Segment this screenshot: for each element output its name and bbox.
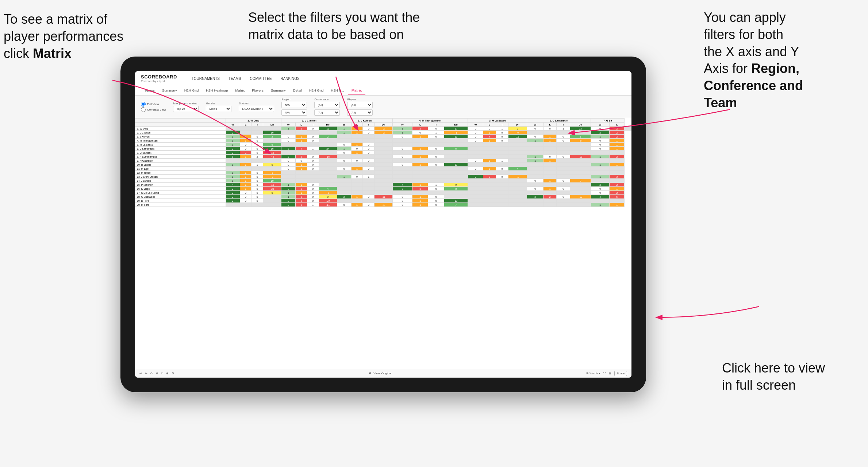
radio-compact-view-input[interactable] bbox=[141, 107, 146, 112]
filter-gender-select[interactable]: Men's bbox=[206, 106, 231, 112]
bb-watch[interactable]: 👁 Watch ▾ bbox=[586, 372, 600, 375]
matrix-cell bbox=[483, 203, 496, 207]
matrix-cell bbox=[375, 191, 393, 195]
matrix-cell bbox=[240, 127, 251, 131]
subnav-matrix[interactable]: Matrix bbox=[231, 86, 248, 95]
matrix-cell bbox=[543, 163, 557, 167]
matrix-cell bbox=[570, 183, 591, 187]
tablet: SCOREBOARD Powered by clippd TOURNAMENTS… bbox=[120, 57, 646, 392]
filter-max-players-select[interactable]: Top 25 bbox=[173, 106, 199, 112]
subnav-summary[interactable]: Summary bbox=[158, 86, 181, 95]
matrix-cell bbox=[393, 143, 412, 147]
matrix-cell bbox=[296, 143, 307, 147]
matrix-cell bbox=[543, 151, 557, 155]
nav-rankings[interactable]: RANKINGS bbox=[280, 75, 299, 82]
matrix-cell bbox=[508, 203, 527, 207]
matrix-cell: 0 bbox=[307, 163, 319, 167]
matrix-cell bbox=[226, 159, 240, 163]
subnav-detail[interactable]: Detail bbox=[289, 86, 306, 95]
table-row: 4. M Thorbjornsen110010010110-601 bbox=[135, 139, 631, 143]
radio-full-view-input[interactable] bbox=[141, 102, 146, 107]
bb-redo[interactable]: ↪ bbox=[145, 372, 147, 375]
bb-reload[interactable]: ⟳ bbox=[150, 372, 153, 375]
filter-region-select[interactable]: N/A bbox=[281, 102, 307, 108]
matrix-cell: 2 bbox=[281, 155, 296, 159]
radio-full-view-label: Full View bbox=[147, 103, 159, 106]
annotation-tr-l6: Team bbox=[704, 95, 737, 110]
matrix-subheader-row: WLTDif WLTDif WLTDif WLTDif WLTDif WLTDi… bbox=[135, 123, 631, 127]
bb-zoom-in[interactable]: ⊕ bbox=[166, 372, 169, 375]
matrix-cell bbox=[351, 171, 363, 175]
matrix-cell bbox=[508, 159, 527, 163]
filter-conference-select[interactable]: (All) bbox=[314, 102, 340, 108]
bb-grid-icon[interactable]: ⊞ bbox=[609, 372, 611, 375]
subnav-h2hh[interactable]: H2H H... bbox=[327, 86, 348, 95]
matrix-cell: 2 bbox=[483, 175, 496, 179]
matrix-cell bbox=[363, 191, 375, 195]
filter-conference-select2[interactable]: (All) bbox=[314, 109, 340, 116]
matrix-cell bbox=[375, 151, 393, 155]
subnav-h2h-grid2[interactable]: H2H Grid bbox=[306, 86, 327, 95]
subnav-h2h-grid[interactable]: H2H Grid bbox=[181, 86, 203, 95]
logo-text: SCOREBOARD bbox=[141, 74, 177, 80]
matrix-container[interactable]: 1. W Ding 2. L Clanton 3. J Koivun 4. M … bbox=[135, 118, 631, 369]
filter-players-select[interactable]: (All) bbox=[347, 102, 373, 108]
matrix-cell: 1 bbox=[543, 139, 557, 143]
matrix-cell: 1 bbox=[609, 139, 624, 143]
matrix-cell bbox=[281, 131, 296, 135]
matrix-cell: 0 bbox=[337, 151, 351, 155]
subnav-summary2[interactable]: Summary bbox=[267, 86, 289, 95]
matrix-cell: -7 bbox=[570, 179, 591, 183]
matrix-cell: 0 bbox=[591, 139, 610, 143]
bb-share-button[interactable]: Share bbox=[614, 371, 627, 376]
matrix-cell: 0 bbox=[307, 159, 319, 163]
filter-region-label: Region bbox=[281, 98, 307, 101]
filter-region-select2[interactable]: N/A bbox=[281, 109, 307, 116]
subnav-players[interactable]: Players bbox=[248, 86, 267, 95]
matrix-cell bbox=[557, 167, 570, 171]
bb-zoom-out[interactable]: ⊖ bbox=[156, 372, 158, 375]
matrix-cell: 0 bbox=[468, 139, 483, 143]
matrix-cell: 0 bbox=[496, 139, 508, 143]
radio-full-view[interactable]: Full View bbox=[141, 102, 166, 107]
annotation-tr-l4p: Axis for bbox=[704, 61, 751, 76]
matrix-cell: 0 bbox=[393, 155, 412, 159]
matrix-cell: -11 bbox=[319, 203, 337, 207]
matrix-cell: 0 bbox=[251, 187, 263, 191]
subnav-teams[interactable]: Teams bbox=[141, 86, 158, 95]
radio-compact-view[interactable]: Compact View bbox=[141, 107, 166, 112]
matrix-cell bbox=[570, 191, 591, 195]
matrix-cell bbox=[496, 151, 508, 155]
bb-fullscreen[interactable]: ⛶ bbox=[603, 372, 606, 375]
matrix-cell bbox=[508, 183, 527, 187]
filter-division-select[interactable]: NCAA Division I bbox=[239, 106, 274, 112]
matrix-cell: 1 bbox=[351, 131, 363, 135]
matrix-cell bbox=[468, 143, 483, 147]
matrix-cell: 1 bbox=[412, 163, 428, 167]
nav-tournaments[interactable]: TOURNAMENTS bbox=[192, 75, 220, 82]
matrix-cell: 11 bbox=[319, 127, 337, 131]
bb-settings[interactable]: ⚙ bbox=[172, 372, 174, 375]
matrix-cell: 4 bbox=[226, 183, 240, 187]
matrix-cell: 0 bbox=[296, 159, 307, 163]
matrix-cell bbox=[307, 175, 319, 179]
matrix-cell bbox=[251, 127, 263, 131]
matrix-cell: -48 bbox=[263, 155, 281, 159]
filter-players-select2[interactable]: (All) bbox=[347, 109, 373, 116]
matrix-cell bbox=[557, 147, 570, 151]
bb-view-icon: 🖥 bbox=[368, 372, 371, 375]
matrix-cell bbox=[543, 131, 557, 135]
matrix-cell bbox=[468, 155, 483, 159]
nav-teams[interactable]: TEAMS bbox=[228, 75, 241, 82]
subnav-h2h-heatmap[interactable]: H2H Heatmap bbox=[202, 86, 231, 95]
subnav-matrix2[interactable]: Matrix bbox=[348, 86, 365, 95]
nav-committee[interactable]: COMMITTEE bbox=[250, 75, 272, 82]
matrix-cell: 1 bbox=[609, 203, 624, 207]
matrix-cell bbox=[428, 175, 444, 179]
bb-undo[interactable]: ↩ bbox=[139, 372, 142, 375]
matrix-cell bbox=[609, 167, 624, 171]
table-row: 12. M Riedel110-6 bbox=[135, 171, 631, 175]
filter-max-players-label: Max players in view bbox=[173, 102, 199, 105]
matrix-cell: 2 bbox=[226, 131, 240, 135]
matrix-cell bbox=[591, 171, 610, 175]
